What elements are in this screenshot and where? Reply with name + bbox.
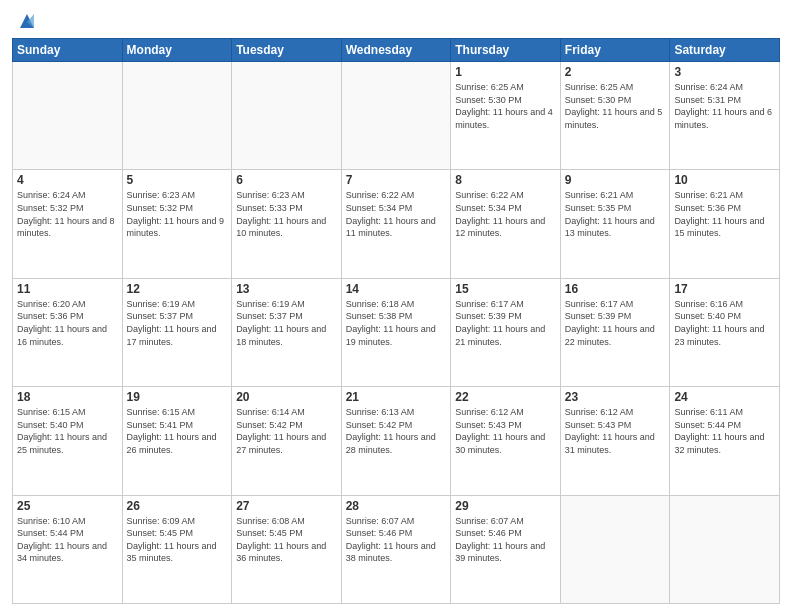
calendar-cell <box>122 62 232 170</box>
day-number: 4 <box>17 173 118 187</box>
day-number: 22 <box>455 390 556 404</box>
calendar-header: SundayMondayTuesdayWednesdayThursdayFrid… <box>13 39 780 62</box>
calendar-week-row: 25Sunrise: 6:10 AM Sunset: 5:44 PM Dayli… <box>13 495 780 603</box>
calendar-cell <box>670 495 780 603</box>
day-info: Sunrise: 6:07 AM Sunset: 5:46 PM Dayligh… <box>346 515 447 565</box>
day-info: Sunrise: 6:24 AM Sunset: 5:31 PM Dayligh… <box>674 81 775 131</box>
day-of-week-header: Thursday <box>451 39 561 62</box>
day-number: 5 <box>127 173 228 187</box>
calendar-cell: 22Sunrise: 6:12 AM Sunset: 5:43 PM Dayli… <box>451 387 561 495</box>
day-info: Sunrise: 6:19 AM Sunset: 5:37 PM Dayligh… <box>236 298 337 348</box>
day-number: 11 <box>17 282 118 296</box>
day-info: Sunrise: 6:12 AM Sunset: 5:43 PM Dayligh… <box>455 406 556 456</box>
calendar-week-row: 18Sunrise: 6:15 AM Sunset: 5:40 PM Dayli… <box>13 387 780 495</box>
day-info: Sunrise: 6:17 AM Sunset: 5:39 PM Dayligh… <box>455 298 556 348</box>
calendar-week-row: 1Sunrise: 6:25 AM Sunset: 5:30 PM Daylig… <box>13 62 780 170</box>
calendar-cell: 29Sunrise: 6:07 AM Sunset: 5:46 PM Dayli… <box>451 495 561 603</box>
calendar-cell: 21Sunrise: 6:13 AM Sunset: 5:42 PM Dayli… <box>341 387 451 495</box>
calendar-cell: 17Sunrise: 6:16 AM Sunset: 5:40 PM Dayli… <box>670 278 780 386</box>
day-info: Sunrise: 6:08 AM Sunset: 5:45 PM Dayligh… <box>236 515 337 565</box>
calendar-cell: 11Sunrise: 6:20 AM Sunset: 5:36 PM Dayli… <box>13 278 123 386</box>
day-number: 15 <box>455 282 556 296</box>
day-info: Sunrise: 6:21 AM Sunset: 5:35 PM Dayligh… <box>565 189 666 239</box>
day-info: Sunrise: 6:22 AM Sunset: 5:34 PM Dayligh… <box>346 189 447 239</box>
calendar-cell: 23Sunrise: 6:12 AM Sunset: 5:43 PM Dayli… <box>560 387 670 495</box>
calendar-week-row: 4Sunrise: 6:24 AM Sunset: 5:32 PM Daylig… <box>13 170 780 278</box>
calendar-cell: 1Sunrise: 6:25 AM Sunset: 5:30 PM Daylig… <box>451 62 561 170</box>
day-info: Sunrise: 6:23 AM Sunset: 5:32 PM Dayligh… <box>127 189 228 239</box>
day-number: 20 <box>236 390 337 404</box>
day-info: Sunrise: 6:16 AM Sunset: 5:40 PM Dayligh… <box>674 298 775 348</box>
day-info: Sunrise: 6:19 AM Sunset: 5:37 PM Dayligh… <box>127 298 228 348</box>
day-of-week-header: Friday <box>560 39 670 62</box>
day-info: Sunrise: 6:15 AM Sunset: 5:40 PM Dayligh… <box>17 406 118 456</box>
day-info: Sunrise: 6:11 AM Sunset: 5:44 PM Dayligh… <box>674 406 775 456</box>
day-info: Sunrise: 6:24 AM Sunset: 5:32 PM Dayligh… <box>17 189 118 239</box>
day-info: Sunrise: 6:22 AM Sunset: 5:34 PM Dayligh… <box>455 189 556 239</box>
day-info: Sunrise: 6:09 AM Sunset: 5:45 PM Dayligh… <box>127 515 228 565</box>
day-info: Sunrise: 6:14 AM Sunset: 5:42 PM Dayligh… <box>236 406 337 456</box>
day-number: 12 <box>127 282 228 296</box>
day-number: 2 <box>565 65 666 79</box>
day-info: Sunrise: 6:25 AM Sunset: 5:30 PM Dayligh… <box>455 81 556 131</box>
day-number: 8 <box>455 173 556 187</box>
calendar-cell: 28Sunrise: 6:07 AM Sunset: 5:46 PM Dayli… <box>341 495 451 603</box>
calendar-cell: 19Sunrise: 6:15 AM Sunset: 5:41 PM Dayli… <box>122 387 232 495</box>
day-of-week-header: Saturday <box>670 39 780 62</box>
day-number: 3 <box>674 65 775 79</box>
calendar-cell: 9Sunrise: 6:21 AM Sunset: 5:35 PM Daylig… <box>560 170 670 278</box>
calendar-cell: 14Sunrise: 6:18 AM Sunset: 5:38 PM Dayli… <box>341 278 451 386</box>
calendar-body: 1Sunrise: 6:25 AM Sunset: 5:30 PM Daylig… <box>13 62 780 604</box>
logo-icon <box>16 10 38 32</box>
calendar-cell: 7Sunrise: 6:22 AM Sunset: 5:34 PM Daylig… <box>341 170 451 278</box>
calendar-week-row: 11Sunrise: 6:20 AM Sunset: 5:36 PM Dayli… <box>13 278 780 386</box>
day-number: 16 <box>565 282 666 296</box>
calendar-cell: 25Sunrise: 6:10 AM Sunset: 5:44 PM Dayli… <box>13 495 123 603</box>
day-info: Sunrise: 6:21 AM Sunset: 5:36 PM Dayligh… <box>674 189 775 239</box>
calendar-cell: 3Sunrise: 6:24 AM Sunset: 5:31 PM Daylig… <box>670 62 780 170</box>
calendar-cell: 27Sunrise: 6:08 AM Sunset: 5:45 PM Dayli… <box>232 495 342 603</box>
day-number: 29 <box>455 499 556 513</box>
day-number: 25 <box>17 499 118 513</box>
calendar-cell: 8Sunrise: 6:22 AM Sunset: 5:34 PM Daylig… <box>451 170 561 278</box>
day-number: 26 <box>127 499 228 513</box>
calendar-cell: 5Sunrise: 6:23 AM Sunset: 5:32 PM Daylig… <box>122 170 232 278</box>
calendar-cell: 2Sunrise: 6:25 AM Sunset: 5:30 PM Daylig… <box>560 62 670 170</box>
calendar-cell <box>560 495 670 603</box>
calendar-cell: 26Sunrise: 6:09 AM Sunset: 5:45 PM Dayli… <box>122 495 232 603</box>
day-of-week-header: Monday <box>122 39 232 62</box>
calendar-cell: 10Sunrise: 6:21 AM Sunset: 5:36 PM Dayli… <box>670 170 780 278</box>
day-info: Sunrise: 6:20 AM Sunset: 5:36 PM Dayligh… <box>17 298 118 348</box>
day-number: 6 <box>236 173 337 187</box>
day-number: 1 <box>455 65 556 79</box>
calendar-cell: 20Sunrise: 6:14 AM Sunset: 5:42 PM Dayli… <box>232 387 342 495</box>
day-number: 10 <box>674 173 775 187</box>
day-of-week-header: Sunday <box>13 39 123 62</box>
day-number: 13 <box>236 282 337 296</box>
day-number: 7 <box>346 173 447 187</box>
calendar-cell: 4Sunrise: 6:24 AM Sunset: 5:32 PM Daylig… <box>13 170 123 278</box>
day-number: 28 <box>346 499 447 513</box>
day-info: Sunrise: 6:23 AM Sunset: 5:33 PM Dayligh… <box>236 189 337 239</box>
calendar-cell: 13Sunrise: 6:19 AM Sunset: 5:37 PM Dayli… <box>232 278 342 386</box>
calendar-cell: 15Sunrise: 6:17 AM Sunset: 5:39 PM Dayli… <box>451 278 561 386</box>
calendar-cell <box>13 62 123 170</box>
header <box>12 10 780 32</box>
day-number: 17 <box>674 282 775 296</box>
calendar-cell <box>341 62 451 170</box>
day-info: Sunrise: 6:25 AM Sunset: 5:30 PM Dayligh… <box>565 81 666 131</box>
day-number: 9 <box>565 173 666 187</box>
day-info: Sunrise: 6:13 AM Sunset: 5:42 PM Dayligh… <box>346 406 447 456</box>
day-info: Sunrise: 6:12 AM Sunset: 5:43 PM Dayligh… <box>565 406 666 456</box>
day-info: Sunrise: 6:15 AM Sunset: 5:41 PM Dayligh… <box>127 406 228 456</box>
calendar-cell: 18Sunrise: 6:15 AM Sunset: 5:40 PM Dayli… <box>13 387 123 495</box>
day-number: 24 <box>674 390 775 404</box>
calendar-table: SundayMondayTuesdayWednesdayThursdayFrid… <box>12 38 780 604</box>
day-info: Sunrise: 6:10 AM Sunset: 5:44 PM Dayligh… <box>17 515 118 565</box>
day-header-row: SundayMondayTuesdayWednesdayThursdayFrid… <box>13 39 780 62</box>
calendar-cell: 6Sunrise: 6:23 AM Sunset: 5:33 PM Daylig… <box>232 170 342 278</box>
day-number: 18 <box>17 390 118 404</box>
day-info: Sunrise: 6:18 AM Sunset: 5:38 PM Dayligh… <box>346 298 447 348</box>
day-number: 21 <box>346 390 447 404</box>
day-of-week-header: Tuesday <box>232 39 342 62</box>
